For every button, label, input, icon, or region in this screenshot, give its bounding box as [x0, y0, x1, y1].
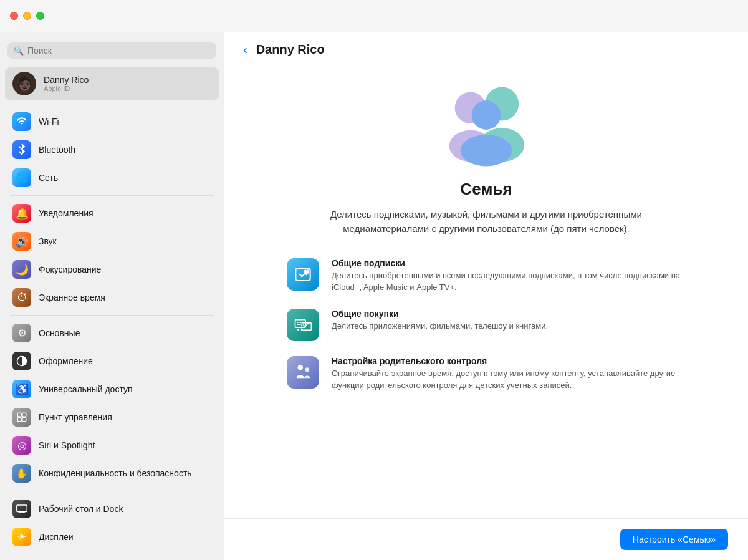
family-illustration — [430, 86, 542, 167]
parental-title: Настройка родительского контроля — [332, 356, 686, 366]
svg-point-22 — [298, 365, 304, 370]
family-title: Семья — [460, 180, 512, 199]
siri-icon: ◎ — [12, 436, 31, 455]
sidebar-items-list: 🧑🏿 Danny Rico Apple ID Wi-Fi Bluet — [0, 65, 224, 554]
purchases-title: Общие покупки — [332, 309, 548, 319]
sidebar-item-desktop[interactable]: Рабочий стол и Dock — [5, 495, 219, 523]
sidebar: 🔍 🧑🏿 Danny Rico Apple ID Wi-Fi — [0, 32, 224, 560]
divider-4 — [10, 491, 214, 491]
purchases-desc: Делитесь приложениями, фильмами, телешоу… — [332, 321, 548, 332]
svg-rect-2 — [22, 413, 26, 417]
user-sublabel: Apple ID — [44, 85, 89, 92]
sound-label: Звук — [39, 236, 57, 246]
minimize-button[interactable] — [23, 12, 31, 20]
sidebar-item-focus[interactable]: 🌙 Фокусирование — [5, 256, 219, 283]
sidebar-item-control[interactable]: Пункт управления — [5, 403, 219, 431]
sidebar-item-sound[interactable]: 🔊 Звук — [5, 228, 219, 255]
screentime-icon: ⏱ — [12, 288, 31, 307]
appearance-label: Оформление — [39, 356, 93, 366]
sidebar-item-privacy[interactable]: ✋ Конфиденциальность и безопасность — [5, 460, 219, 487]
control-icon — [12, 408, 31, 427]
fullscreen-button[interactable] — [36, 12, 44, 20]
svg-rect-19 — [302, 322, 311, 330]
svg-rect-5 — [17, 505, 27, 512]
svg-rect-1 — [17, 413, 21, 417]
general-icon: ⚙ — [12, 324, 31, 342]
svg-rect-3 — [17, 418, 21, 422]
sidebar-item-accessibility[interactable]: ♿ Универсальный доступ — [5, 375, 219, 403]
features-list: Общие подписки Делитесь приобретенными и… — [287, 258, 686, 391]
svg-point-13 — [472, 100, 501, 130]
displays-label: Дисплеи — [39, 532, 74, 542]
divider-2 — [10, 195, 214, 196]
svg-point-14 — [461, 135, 512, 166]
sidebar-item-user[interactable]: 🧑🏿 Danny Rico Apple ID — [5, 67, 219, 100]
display-icon: ☀ — [12, 528, 31, 546]
sidebar-item-network[interactable]: 🌐 Сеть — [5, 164, 219, 191]
network-label: Сеть — [39, 173, 58, 183]
close-button[interactable] — [10, 12, 18, 20]
setup-family-button[interactable]: Настроить «Семью» — [620, 529, 728, 550]
notifications-icon: 🔔 — [12, 204, 31, 223]
parental-icon — [287, 356, 319, 389]
sidebar-item-wifi[interactable]: Wi-Fi — [5, 108, 219, 135]
family-description: Делитесь подписками, музыкой, фильмами и… — [305, 208, 667, 236]
siri-label: Siri и Spotlight — [39, 440, 95, 450]
feature-item-subscriptions: Общие подписки Делитесь приобретенными и… — [287, 258, 686, 294]
divider-3 — [10, 315, 214, 316]
main-container: 🔍 🧑🏿 Danny Rico Apple ID Wi-Fi — [0, 32, 748, 560]
content-header: ‹ Danny Rico — [224, 32, 748, 67]
content-title: Danny Rico — [256, 42, 325, 57]
svg-point-20 — [297, 329, 299, 331]
search-bar[interactable]: 🔍 — [7, 42, 216, 59]
search-input[interactable] — [27, 46, 210, 56]
divider-1 — [10, 104, 214, 104]
feature-item-parental: Настройка родительского контроля Огранич… — [287, 356, 686, 392]
notifications-label: Уведомления — [39, 208, 94, 218]
content-footer: Настроить «Семью» — [224, 518, 748, 560]
sidebar-item-displays[interactable]: ☀ Дисплеи — [5, 523, 219, 551]
accessibility-label: Универсальный доступ — [39, 384, 133, 394]
svg-rect-4 — [22, 418, 26, 422]
svg-point-23 — [305, 367, 309, 372]
subscriptions-title: Общие подписки — [332, 258, 686, 268]
desktop-icon — [12, 500, 31, 518]
sidebar-item-notifications[interactable]: 🔔 Уведомления — [5, 200, 219, 227]
desktop-label: Рабочий стол и Dock — [39, 504, 123, 514]
accessibility-icon: ♿ — [12, 380, 31, 398]
feature-item-purchases: Общие покупки Делитесь приложениями, фил… — [287, 309, 686, 341]
content-body: Семья Делитесь подписками, музыкой, филь… — [224, 67, 748, 518]
subscriptions-desc: Делитесь приобретенными и всеми последую… — [332, 270, 686, 294]
search-icon: 🔍 — [14, 46, 24, 56]
subscriptions-icon — [287, 258, 319, 291]
sidebar-item-bluetooth[interactable]: Bluetooth — [5, 136, 219, 163]
focus-icon: 🌙 — [12, 260, 31, 279]
parental-desc: Ограничивайте экранное время, доступ к т… — [332, 368, 686, 392]
purchases-text: Общие покупки Делитесь приложениями, фил… — [332, 309, 548, 332]
privacy-icon: ✋ — [12, 464, 31, 483]
sidebar-item-general[interactable]: ⚙ Основные — [5, 319, 219, 347]
subscriptions-text: Общие подписки Делитесь приобретенными и… — [332, 258, 686, 294]
user-name: Danny Rico — [44, 75, 89, 85]
user-text: Danny Rico Apple ID — [44, 75, 89, 92]
wifi-icon — [12, 112, 31, 131]
wifi-label: Wi-Fi — [39, 117, 59, 127]
titlebar — [0, 0, 748, 32]
avatar: 🧑🏿 — [12, 72, 36, 95]
parental-text: Настройка родительского контроля Огранич… — [332, 356, 686, 392]
svg-point-21 — [301, 329, 303, 331]
general-label: Основные — [39, 328, 80, 338]
screentime-label: Экранное время — [39, 292, 105, 302]
sound-icon: 🔊 — [12, 232, 31, 251]
back-button[interactable]: ‹ — [239, 41, 251, 58]
privacy-label: Конфиденциальность и безопасность — [39, 468, 192, 478]
sidebar-item-siri[interactable]: ◎ Siri и Spotlight — [5, 432, 219, 459]
control-label: Пункт управления — [39, 412, 112, 422]
content-area: ‹ Danny Rico Семья Делитес — [224, 32, 748, 560]
purchases-icon — [287, 309, 319, 341]
focus-label: Фокусирование — [39, 264, 101, 274]
sidebar-item-appearance[interactable]: Оформление — [5, 347, 219, 375]
traffic-lights — [10, 12, 44, 20]
svg-rect-16 — [295, 319, 306, 327]
sidebar-item-screentime[interactable]: ⏱ Экранное время — [5, 284, 219, 311]
